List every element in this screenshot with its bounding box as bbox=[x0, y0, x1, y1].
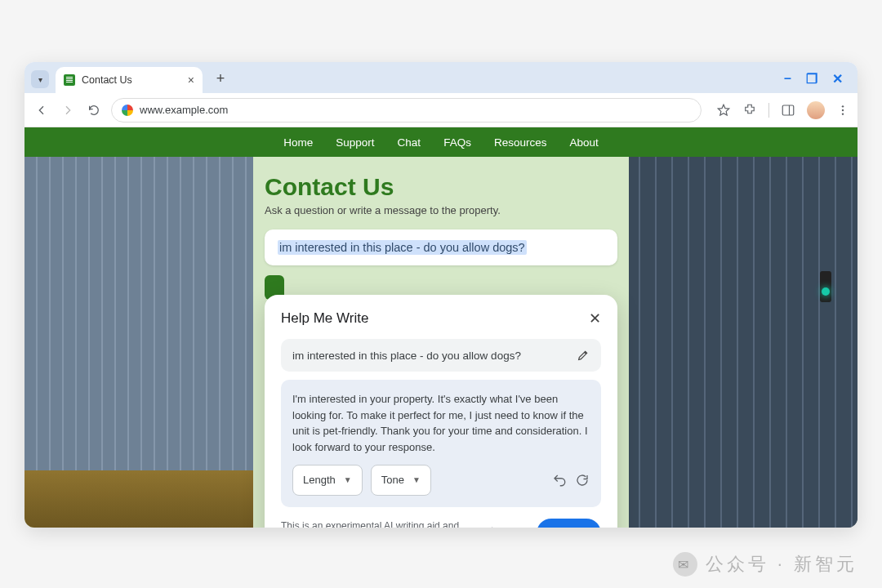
window-maximize-icon[interactable]: ❐ bbox=[806, 71, 817, 87]
favicon-icon bbox=[64, 74, 75, 86]
message-input-text: im interested in this place - do you all… bbox=[278, 240, 527, 255]
back-button[interactable] bbox=[33, 101, 51, 119]
nav-chat[interactable]: Chat bbox=[398, 136, 421, 149]
tone-dropdown[interactable]: Tone ▼ bbox=[371, 465, 431, 496]
hmw-output-box: I'm interested in your property. It's ex… bbox=[281, 380, 601, 507]
tab-search-dropdown[interactable]: ▾ bbox=[31, 70, 49, 88]
address-bar[interactable]: www.example.com bbox=[111, 98, 702, 122]
kebab-menu-icon[interactable] bbox=[836, 104, 849, 117]
reload-icon bbox=[87, 104, 100, 117]
hmw-prompt-box[interactable]: im interested in this place - do you all… bbox=[281, 339, 601, 372]
message-input[interactable]: im interested in this place - do you all… bbox=[265, 229, 617, 265]
pencil-icon[interactable] bbox=[577, 349, 590, 362]
contact-panel: Contact Us Ask a question or write a mes… bbox=[253, 157, 629, 528]
toolbar-separator bbox=[768, 103, 769, 118]
hmw-title: Help Me Write bbox=[281, 310, 368, 327]
page-content: Home Support Chat FAQs Resources About C… bbox=[24, 127, 858, 528]
google-icon bbox=[122, 105, 133, 116]
nav-home[interactable]: Home bbox=[283, 136, 313, 149]
feedback-buttons bbox=[485, 527, 516, 528]
browser-toolbar: www.example.com bbox=[24, 93, 858, 127]
arrow-right-icon bbox=[61, 104, 74, 117]
thumbs-down-icon[interactable] bbox=[503, 527, 516, 528]
toolbar-actions bbox=[716, 101, 849, 119]
window-minimize-icon[interactable]: – bbox=[784, 71, 791, 87]
svg-point-4 bbox=[842, 113, 844, 114]
hero: Contact Us Ask a question or write a mes… bbox=[24, 157, 858, 528]
insert-button[interactable]: Insert bbox=[537, 519, 601, 528]
nav-support[interactable]: Support bbox=[336, 136, 374, 149]
help-me-write-panel: Help Me Write ✕ im interested in this pl… bbox=[265, 295, 617, 528]
arrow-left-icon bbox=[35, 104, 48, 117]
nav-resources[interactable]: Resources bbox=[494, 136, 547, 149]
hmw-output-text: I'm interested in your property. It's ex… bbox=[292, 391, 590, 455]
extensions-icon[interactable] bbox=[742, 103, 757, 118]
watermark: ✉ 公众号 · 新智元 bbox=[673, 552, 858, 577]
wechat-icon: ✉ bbox=[673, 552, 697, 577]
chevron-down-icon: ▼ bbox=[412, 474, 421, 486]
length-dropdown[interactable]: Length ▼ bbox=[292, 465, 363, 496]
browser-window: ▾ Contact Us × + – ❐ ✕ www.example.com bbox=[24, 62, 858, 528]
nav-faqs[interactable]: FAQs bbox=[443, 136, 471, 149]
site-nav: Home Support Chat FAQs Resources About bbox=[24, 127, 858, 157]
window-close-icon[interactable]: ✕ bbox=[832, 71, 843, 87]
svg-rect-0 bbox=[782, 105, 794, 115]
page-title: Contact Us bbox=[265, 173, 617, 201]
tab-strip: ▾ Contact Us × + – ❐ ✕ bbox=[24, 62, 858, 93]
regenerate-icon[interactable] bbox=[575, 473, 590, 488]
new-tab-button[interactable]: + bbox=[209, 67, 232, 90]
thumbs-up-icon[interactable] bbox=[485, 527, 498, 528]
hmw-prompt-text: im interested in this place - do you all… bbox=[292, 350, 521, 362]
tab-close-icon[interactable]: × bbox=[188, 74, 194, 87]
reload-button[interactable] bbox=[85, 101, 103, 119]
undo-icon[interactable] bbox=[552, 473, 567, 488]
bookmark-star-icon[interactable] bbox=[716, 103, 731, 118]
svg-point-2 bbox=[842, 105, 844, 107]
tab-title: Contact Us bbox=[82, 74, 132, 86]
hmw-close-button[interactable]: ✕ bbox=[589, 310, 601, 327]
svg-point-3 bbox=[842, 109, 844, 110]
browser-tab[interactable]: Contact Us × bbox=[56, 67, 203, 93]
forward-button[interactable] bbox=[59, 101, 77, 119]
hmw-disclaimer: This is an experimental AI writing aid a… bbox=[281, 519, 477, 528]
tone-label: Tone bbox=[381, 472, 404, 488]
nav-about[interactable]: About bbox=[569, 136, 598, 149]
page-subtitle: Ask a question or write a message to the… bbox=[265, 204, 617, 216]
length-label: Length bbox=[303, 472, 336, 488]
profile-avatar[interactable] bbox=[807, 101, 825, 119]
side-panel-icon[interactable] bbox=[781, 103, 795, 118]
window-controls: – ❐ ✕ bbox=[784, 71, 851, 87]
chevron-down-icon: ▼ bbox=[344, 474, 352, 486]
url-text: www.example.com bbox=[140, 104, 228, 116]
watermark-text: 公众号 · 新智元 bbox=[706, 552, 858, 577]
